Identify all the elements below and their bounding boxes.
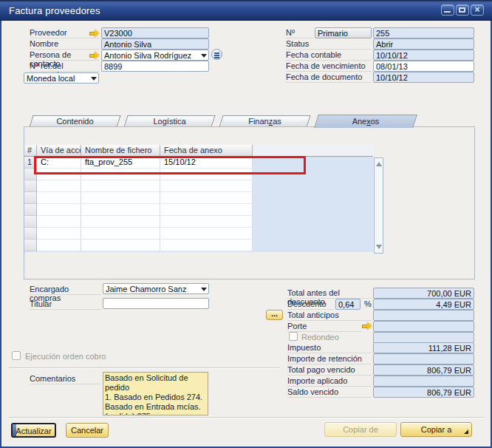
chevron-down-icon[interactable] [201,54,207,58]
encargado-combo[interactable]: Jaime Chamorro Sanz [103,283,209,294]
anticipos-field[interactable] [373,310,474,321]
aplicado-label: Importe aplicado [287,376,372,387]
porte-label: Porte [287,322,361,332]
proveedor-field[interactable]: V23000 [101,27,209,38]
descuento-field[interactable]: 4,49 EUR [373,299,474,310]
fecha-contable-field[interactable]: 10/10/12 [373,50,474,61]
cancelar-button[interactable]: Cancelar [66,423,109,438]
maximize-button[interactable] [456,4,469,16]
numero-field[interactable]: 255 [373,27,474,38]
moneda-combo[interactable]: Moneda local [24,72,99,84]
close-button[interactable]: × [471,4,484,16]
total-pago-label: Total pago vencido [287,365,372,376]
table-cell-empty[interactable] [81,204,160,216]
impuesto-field[interactable]: 111,28 EUR [373,342,474,353]
table-row-empty[interactable] [24,228,373,240]
link-arrow-icon[interactable] [89,51,100,61]
annotation-highlight [34,156,306,174]
table-cell-empty[interactable] [81,240,160,251]
retencion-label: Importe de retención [287,354,372,364]
table-cell-empty[interactable] [37,192,81,204]
descuento-pct-field[interactable]: 0,64 [335,299,361,310]
tab-finanzas[interactable]: Finanzas [219,115,310,127]
table-cell-empty[interactable] [160,240,253,251]
table-cell-empty[interactable] [37,180,81,192]
comentarios-label: Comentarios [30,374,101,384]
porte-field[interactable] [373,321,474,332]
nombre-field[interactable]: Antonio Silva [101,38,209,50]
numero-series-field[interactable]: Primario [315,27,372,38]
fecha-documento-field[interactable]: 10/10/12 [373,72,474,83]
tab-label: Contenido [56,117,93,126]
nombre-label: Nombre [30,39,100,50]
table-cell-empty[interactable] [24,216,37,228]
total-antes-field[interactable]: 700,00 EUR [373,288,474,299]
table-cell-empty[interactable] [160,204,253,216]
link-arrow-icon[interactable] [89,29,100,38]
tab-anexos[interactable]: Anexos [314,115,417,128]
table-scrollbar[interactable] [374,157,383,254]
minimize-icon [444,11,451,13]
link-arrow-icon[interactable] [362,322,372,331]
table-row-empty[interactable] [24,204,373,216]
ejecucion-checkbox [12,351,21,360]
titular-field[interactable] [103,298,209,309]
table-cell-empty[interactable] [24,228,37,240]
table-cell-empty[interactable] [160,192,253,204]
title-bar[interactable]: Factura proveedores × [0,0,492,21]
redondeo-checkbox [289,332,298,341]
fecha-vencimiento-field[interactable]: 08/01/13 [373,61,474,72]
tab-contenido[interactable]: Contenido [29,115,120,127]
numero-label: Nº [286,28,313,38]
retencion-field[interactable] [373,353,474,364]
footer-divider-line [9,417,485,418]
tab-logistica[interactable]: Logística [123,115,215,127]
table-row-empty[interactable] [24,216,373,228]
chevron-down-icon[interactable] [91,77,97,81]
table-cell-empty[interactable] [81,192,160,204]
col-header-path[interactable]: Vía de acceso [37,145,81,157]
table-cell-empty[interactable] [81,180,160,192]
table-cell-empty[interactable] [37,204,81,216]
comentarios-textarea[interactable]: Basado en Solicitud de pedido 1. Basado … [103,372,208,415]
persona-contacto-combo[interactable]: Antonio Silva Rodríguez [101,50,209,61]
table-cell-empty[interactable] [24,240,37,251]
table-cell-empty[interactable] [160,180,253,192]
contact-list-icon[interactable] [211,49,222,60]
table-row-empty[interactable] [24,180,373,192]
total-pago-field[interactable]: 806,79 EUR [373,364,474,376]
ref-proveedor-field[interactable]: 8899 [101,61,209,72]
table-cell-empty[interactable] [160,216,253,228]
table-row-empty[interactable] [24,240,373,251]
redondeo-field[interactable] [373,332,474,343]
status-field[interactable]: Abrir [373,38,474,50]
table-cell-empty[interactable] [37,216,81,228]
scroll-up-icon[interactable] [376,162,382,166]
table-cell-empty[interactable] [160,228,253,240]
copiar-a-button[interactable]: Copiar a [400,422,472,437]
chevron-down-icon[interactable] [201,288,207,291]
minimize-button[interactable] [441,4,454,16]
col-header-file[interactable]: Nombre de fichero [81,145,160,157]
col-header-date[interactable]: Fecha de anexo [160,145,253,157]
table-cell-empty[interactable] [24,192,37,204]
table-cell-empty[interactable] [24,180,37,192]
percent-label: % [364,299,373,310]
table-cell-empty[interactable] [24,204,37,216]
fecha-vencimiento-label: Fecha de vencimiento [286,61,372,72]
focus-accent [13,424,16,436]
table-row-empty[interactable] [24,192,373,204]
table-cell-empty[interactable] [37,228,81,240]
anticipos-ellipsis-button[interactable]: ... [266,310,283,320]
table-cell-empty[interactable] [81,228,160,240]
menu-corner-icon [464,430,468,434]
aplicado-field[interactable] [373,376,474,387]
descuento-label: Descuento [287,299,333,310]
table-cell-empty[interactable] [81,216,160,228]
moneda-value: Moneda local [27,74,75,83]
col-header-num[interactable]: # [24,145,37,157]
actualizar-button[interactable]: Actualizar [11,423,56,438]
scroll-down-icon[interactable] [376,245,382,249]
saldo-field[interactable]: 806,79 EUR [373,387,474,398]
table-cell-empty[interactable] [37,240,81,251]
